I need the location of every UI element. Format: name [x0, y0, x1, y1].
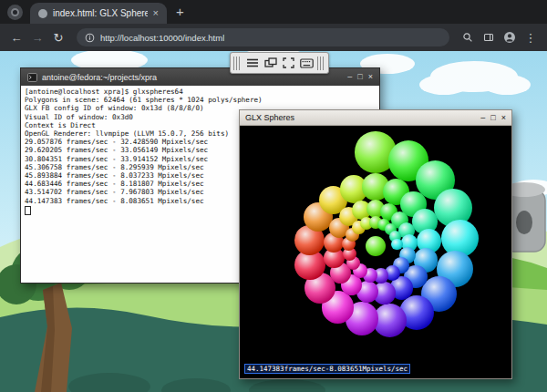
address-bar[interactable]: http://localhost:10000/index.html	[77, 28, 449, 46]
terminal-icon	[27, 73, 37, 82]
gl-sphere	[366, 236, 386, 256]
glx-window-title: GLX Spheres	[245, 113, 475, 122]
windows-icon	[264, 57, 277, 68]
toolbar-fullscreen-button[interactable]	[281, 56, 296, 71]
glx-close-button[interactable]: ×	[501, 114, 506, 122]
site-info-icon[interactable]	[85, 33, 95, 43]
terminal-window-controls: – □ ×	[342, 73, 373, 81]
keyboard-icon	[300, 58, 314, 68]
xpra-desktop: antoine@fedora:~/projects/xpra – □ × [an…	[0, 51, 547, 392]
toolbar-menu-button[interactable]	[244, 56, 260, 71]
xpra-toolbar[interactable]	[230, 52, 329, 74]
terminal-close-button[interactable]: ×	[368, 73, 373, 81]
forward-button[interactable]: →	[28, 28, 46, 46]
back-button[interactable]: ←	[7, 28, 26, 46]
browser-logo-icon[interactable]	[7, 5, 23, 20]
toolbar-drag-grip-right[interactable]	[317, 57, 325, 70]
glx-status-text: 44.147383frames/sec-8.083651Mpixels/sec	[244, 364, 410, 374]
nav-bar: ← → ↻ http://localhost:10000/index.html …	[0, 24, 547, 51]
profile-button[interactable]	[501, 28, 519, 46]
browser-tab[interactable]: index.html: GLX Spheres ×	[30, 3, 167, 24]
browser-window: { "browser": { "tab": { "title": "index.…	[0, 0, 547, 392]
browser-menu-button[interactable]: ⋮	[521, 28, 540, 46]
search-button[interactable]	[459, 28, 477, 46]
url-text[interactable]: http://localhost:10000/index.html	[100, 33, 224, 43]
glx-spheres-window: GLX Spheres – □ × 44.147383frames/sec-8.…	[239, 109, 512, 379]
fullscreen-icon	[283, 57, 294, 68]
toolbar-keyboard-button[interactable]	[299, 56, 315, 71]
gl-sphere	[391, 239, 403, 251]
glx-minimize-button[interactable]: –	[480, 114, 485, 122]
avatar-icon	[503, 31, 516, 44]
glx-titlebar[interactable]: GLX Spheres – □ ×	[240, 110, 511, 126]
terminal-minimize-button[interactable]: –	[347, 73, 352, 81]
side-panel-icon	[483, 32, 494, 43]
tab-favicon	[38, 9, 47, 18]
toolbar-windows-button[interactable]	[263, 56, 278, 71]
tab-close-button[interactable]: ×	[153, 8, 159, 18]
tab-strip: index.html: GLX Spheres × +	[0, 0, 547, 24]
side-panel-button[interactable]	[480, 28, 498, 46]
search-icon	[462, 32, 473, 43]
new-tab-button[interactable]: +	[176, 5, 184, 18]
terminal-cursor	[25, 206, 31, 215]
hamburger-menu-icon	[246, 57, 259, 68]
terminal-maximize-button[interactable]: □	[357, 73, 362, 81]
terminal-title: antoine@fedora:~/projects/xpra	[42, 73, 337, 82]
glx-maximize-button[interactable]: □	[490, 114, 495, 122]
glx-canvas: 44.147383frames/sec-8.083651Mpixels/sec	[240, 126, 511, 378]
tab-title: index.html: GLX Spheres	[53, 8, 148, 18]
toolbar-drag-grip-left[interactable]	[233, 57, 242, 70]
glx-window-controls: – □ ×	[475, 114, 506, 122]
reload-button[interactable]: ↻	[49, 28, 67, 46]
